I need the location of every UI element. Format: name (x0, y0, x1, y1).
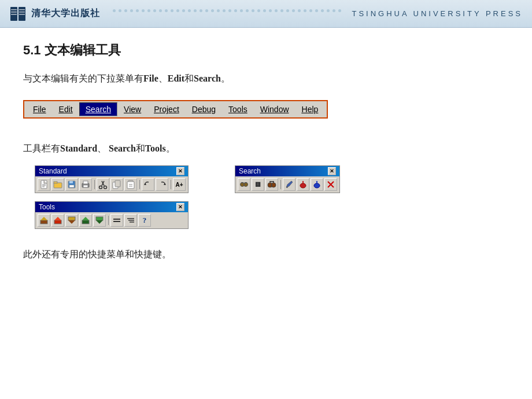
tb-copy[interactable] (110, 178, 123, 191)
svg-marker-33 (40, 217, 47, 220)
paragraph-1: 与文本编辑有关的下拉菜单有File、Edit和Search。 (23, 71, 509, 86)
menu-tools[interactable]: Tools (222, 102, 254, 116)
svg-point-22 (99, 186, 102, 189)
toolbar-standard-label: Standard (39, 167, 67, 175)
svg-point-60 (300, 183, 306, 188)
tb-indent[interactable]: A+ (173, 178, 186, 191)
tb-new[interactable] (38, 178, 50, 191)
tb-sep3 (169, 178, 172, 191)
tb-sep5 (279, 178, 282, 191)
svg-rect-19 (83, 185, 88, 187)
toolbar-standard-icons: A+ (35, 176, 188, 193)
tb-search-mark2[interactable] (311, 178, 323, 191)
tb-search-b[interactable]: 🅱 (252, 178, 264, 191)
svg-rect-32 (40, 220, 47, 224)
toolbar-search-icons: 🅱 (235, 176, 339, 193)
toolbar-tools: Tools ✕ (35, 201, 189, 229)
toolbar-standard: Standard ✕ (35, 165, 189, 193)
svg-rect-38 (82, 220, 89, 224)
logo-area: 清华大学出版社 (9, 5, 100, 23)
svg-rect-5 (19, 9, 25, 10)
paragraph-2: 工具栏有Standard、 Search和Tools。 (23, 141, 509, 156)
menu-search[interactable]: Search (79, 102, 117, 116)
svg-rect-50 (241, 182, 243, 183)
tb-paste[interactable] (124, 178, 137, 191)
toolbar-search-close[interactable]: ✕ (328, 167, 336, 175)
svg-point-62 (314, 183, 320, 188)
menu-help[interactable]: Help (295, 102, 325, 116)
svg-rect-54 (271, 184, 272, 186)
svg-rect-40 (96, 217, 103, 220)
tb-search-binoculars2[interactable] (265, 178, 278, 191)
tb-open[interactable] (51, 178, 64, 191)
toolbar-search-label: Search (239, 167, 261, 175)
svg-rect-27 (127, 182, 134, 189)
svg-rect-7 (19, 14, 25, 15)
menu-edit[interactable]: Edit (53, 102, 79, 116)
tb-cut[interactable] (97, 178, 109, 191)
header: 清华大学出版社 // dots rendered below via JS TS… (0, 0, 532, 28)
tb-search-edit[interactable] (283, 178, 295, 191)
svg-point-23 (104, 186, 107, 189)
tb-tools-8[interactable]: ? (138, 214, 151, 227)
tb-tools-6[interactable] (110, 214, 123, 227)
logo-icon (9, 5, 28, 23)
svg-rect-49 (243, 184, 245, 185)
svg-rect-36 (68, 217, 75, 220)
svg-rect-18 (83, 181, 88, 184)
svg-marker-39 (82, 217, 89, 220)
toolbars-section: Standard ✕ (35, 165, 509, 229)
menu-project[interactable]: Project (147, 102, 186, 116)
paragraph-3: 此外还有专用的快捷菜单和快捷键。 (23, 246, 509, 262)
menubar: File Edit Search View Project Debug Tool… (23, 100, 328, 119)
svg-rect-2 (11, 9, 17, 10)
logo-text: 清华大学出版社 (31, 8, 100, 20)
toolbar-standard-close[interactable]: ✕ (176, 167, 184, 175)
toolbar-tools-icons: ? (35, 212, 188, 228)
toolbar-search-titlebar: Search ✕ (235, 166, 339, 176)
svg-marker-58 (286, 181, 293, 187)
menu-window[interactable]: Window (254, 102, 295, 116)
tb-undo[interactable] (142, 178, 154, 191)
svg-rect-4 (11, 14, 17, 15)
tb-sep4 (107, 214, 109, 227)
svg-rect-15 (69, 181, 73, 183)
tb-tools-7[interactable] (124, 214, 137, 227)
svg-rect-16 (69, 185, 74, 187)
toolbar-tools-label: Tools (39, 203, 55, 211)
svg-marker-35 (54, 217, 61, 220)
tb-tools-1[interactable] (38, 214, 50, 227)
toolbar-tools-close[interactable]: ✕ (176, 203, 184, 211)
tb-redo[interactable] (156, 178, 168, 191)
tb-tools-3[interactable] (65, 214, 78, 227)
menu-debug[interactable]: Debug (186, 102, 222, 116)
tb-search-find[interactable] (238, 178, 250, 191)
tb-sep1 (93, 178, 95, 191)
tb-search-clear[interactable] (324, 178, 337, 191)
svg-marker-41 (96, 220, 103, 224)
svg-rect-6 (19, 12, 25, 13)
toolbar-search: Search ✕ 🅱 (235, 165, 340, 193)
svg-marker-37 (68, 220, 75, 224)
toolbar-standard-titlebar: Standard ✕ (35, 166, 188, 176)
toolbar-tools-titlebar: Tools ✕ (35, 202, 188, 212)
tb-tools-2[interactable] (51, 214, 64, 227)
tb-save[interactable] (65, 178, 78, 191)
page-title: 5.1 文本编辑工具 (23, 42, 509, 59)
svg-rect-13 (54, 182, 57, 183)
tb-search-mark1[interactable] (297, 178, 309, 191)
tb-print[interactable] (79, 178, 92, 191)
main-content: 5.1 文本编辑工具 与文本编辑有关的下拉菜单有File、Edit和Search… (0, 28, 532, 274)
header-title: TSINGHUA UNIVERSITY PRESS (352, 9, 523, 18)
svg-rect-51 (245, 182, 247, 183)
svg-rect-34 (54, 220, 61, 224)
tb-tools-5[interactable] (93, 214, 106, 227)
svg-rect-25 (115, 180, 120, 187)
svg-rect-3 (11, 12, 17, 13)
menu-file[interactable]: File (27, 102, 53, 116)
tb-tools-4[interactable] (79, 214, 92, 227)
menu-view[interactable]: View (117, 102, 147, 116)
tb-sep2 (138, 178, 141, 191)
